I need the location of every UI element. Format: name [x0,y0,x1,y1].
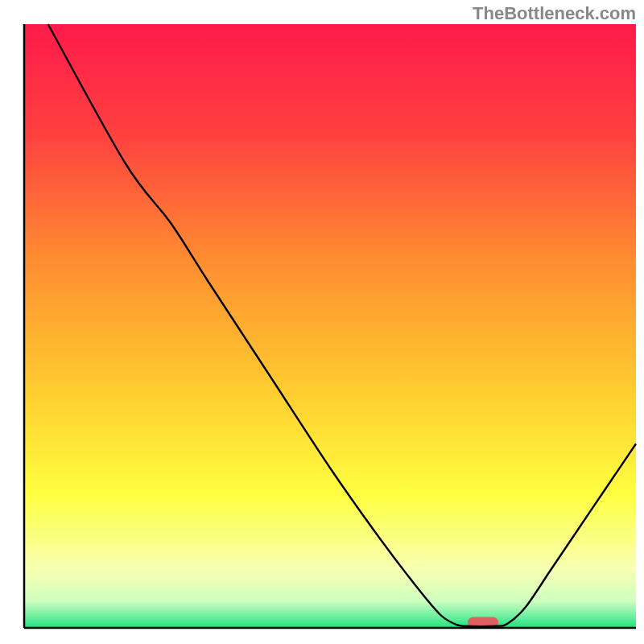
watermark-text: TheBottleneck.com [473,3,636,24]
plot-background [24,24,636,628]
chart-container: TheBottleneck.com [0,0,644,644]
chart-svg [0,0,644,644]
